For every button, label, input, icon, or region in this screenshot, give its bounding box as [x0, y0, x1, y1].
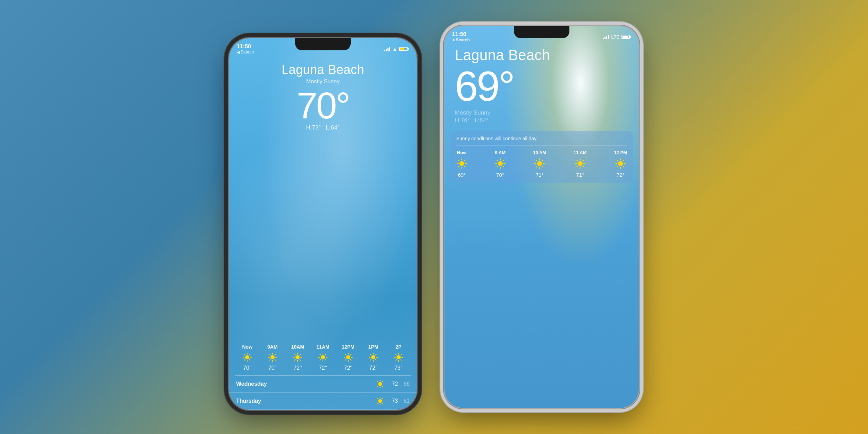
right-sun-10am — [534, 158, 545, 169]
right-sun-now — [456, 158, 467, 169]
right-battery-body — [621, 35, 630, 39]
sun-icon-12pm — [343, 352, 353, 362]
left-signal — [384, 47, 390, 51]
right-low: L:64° — [475, 117, 489, 124]
right-11am-label: 11 AM — [574, 150, 587, 155]
svg-line-124 — [623, 160, 624, 161]
hour-temp-11am: 72° — [319, 365, 327, 371]
wednesday-label: Wednesday — [236, 381, 369, 387]
thursday-icon — [376, 397, 385, 406]
hour-item-2pm: 2P — [386, 344, 411, 371]
hour-temp-9am: 70° — [268, 365, 277, 371]
right-signal — [603, 34, 609, 39]
signal-bar-4 — [389, 47, 390, 51]
r-signal-bar-2 — [604, 37, 606, 39]
svg-line-125 — [617, 166, 618, 167]
left-city-name: Laguna Beach — [229, 62, 417, 77]
svg-line-35 — [320, 359, 321, 360]
svg-point-36 — [346, 355, 350, 359]
svg-line-44 — [345, 359, 346, 360]
left-battery — [399, 47, 409, 51]
svg-line-70 — [382, 381, 383, 382]
svg-line-15 — [275, 359, 275, 360]
sun-icon-2pm — [394, 352, 403, 362]
hour-temp-10am: 72° — [293, 365, 302, 371]
right-12pm-label: 12 PM — [614, 150, 627, 155]
svg-line-97 — [503, 160, 503, 161]
right-11am-temp: 71° — [576, 172, 584, 178]
left-wifi-icon: ▲ — [392, 46, 397, 52]
svg-line-16 — [275, 354, 275, 355]
wednesday-low: 66 — [403, 381, 410, 387]
hour-temp-2pm: 73° — [394, 365, 403, 371]
sun-icon-11am — [318, 352, 328, 362]
right-screen: 11:50 ➤ Search LTE — [444, 26, 639, 408]
svg-line-43 — [350, 354, 351, 355]
left-search-back[interactable]: Search — [237, 50, 254, 55]
wednesday-high: 72 — [392, 381, 398, 387]
right-weather-content: Laguna Beach 69° Mostly Sunny H:76° L:64… — [444, 26, 639, 408]
right-hour-11am: 11 AM — [574, 150, 587, 178]
right-status-right: LTE — [603, 34, 631, 40]
svg-line-61 — [401, 354, 401, 355]
left-condition: Mostly Sunny — [229, 78, 417, 85]
svg-point-45 — [371, 355, 375, 359]
svg-line-105 — [542, 166, 543, 167]
svg-line-51 — [376, 359, 376, 360]
sun-icon-10am — [293, 352, 302, 362]
right-battery — [621, 35, 631, 39]
svg-line-5 — [244, 354, 245, 355]
wednesday-icon — [376, 379, 385, 389]
svg-point-90 — [498, 161, 503, 166]
thursday-low: 61 — [403, 398, 410, 404]
svg-line-52 — [376, 354, 376, 355]
left-high: H:73° — [306, 124, 321, 131]
svg-point-108 — [578, 161, 583, 166]
signal-bar-1 — [384, 50, 385, 51]
left-hourly-scroll[interactable]: Now — [229, 339, 417, 375]
daily-row-thursday: Thursday — [229, 393, 417, 410]
svg-line-71 — [378, 386, 378, 387]
hour-label-12pm: 12PM — [342, 344, 354, 350]
right-notch — [514, 26, 569, 38]
right-conditions-text: Sunny conditions will continue all day. — [456, 136, 627, 146]
right-hour-now: Now — [456, 150, 467, 178]
svg-point-54 — [397, 355, 401, 359]
hour-item-9am: 9AM — [260, 344, 285, 371]
svg-line-23 — [295, 354, 295, 355]
svg-line-42 — [350, 359, 351, 360]
svg-line-59 — [395, 354, 396, 355]
svg-line-80 — [378, 403, 378, 404]
thursday-label: Thursday — [236, 398, 369, 404]
right-hi-lo: H:76° L:64° — [455, 117, 639, 124]
hour-label-1pm: 1PM — [368, 344, 378, 350]
svg-line-89 — [458, 166, 459, 167]
left-battery-fill — [400, 48, 404, 50]
svg-line-88 — [464, 160, 465, 161]
svg-line-32 — [320, 354, 321, 355]
right-battery-fill — [623, 36, 628, 38]
left-temperature: 70° — [229, 87, 417, 124]
svg-line-34 — [325, 354, 326, 355]
thursday-temps: 73 61 — [392, 398, 410, 404]
svg-line-96 — [503, 166, 503, 167]
left-weather-content: Laguna Beach Mostly Sunny 70° H:73° L:64… — [229, 38, 417, 410]
right-hourly-row[interactable]: Now — [456, 150, 627, 178]
svg-line-41 — [345, 354, 346, 355]
svg-line-122 — [617, 160, 618, 161]
svg-line-53 — [370, 359, 371, 360]
hour-label-10am: 10AM — [291, 344, 304, 350]
svg-line-87 — [464, 166, 465, 167]
svg-line-8 — [244, 359, 245, 360]
right-10am-temp: 71° — [536, 172, 544, 178]
right-9am-temp: 70° — [496, 172, 504, 178]
hour-label-11am: 11AM — [316, 344, 329, 350]
right-city-name: Laguna Beach — [455, 47, 639, 64]
right-search-back[interactable]: ➤ Search — [452, 37, 470, 42]
left-time: 11:50 — [237, 43, 254, 50]
right-hour-12pm: 12 PM — [614, 150, 627, 178]
hour-temp-1pm: 72° — [369, 365, 377, 371]
hour-item-12pm: 12PM — [335, 344, 361, 371]
svg-line-77 — [378, 398, 378, 399]
svg-point-27 — [321, 355, 325, 359]
